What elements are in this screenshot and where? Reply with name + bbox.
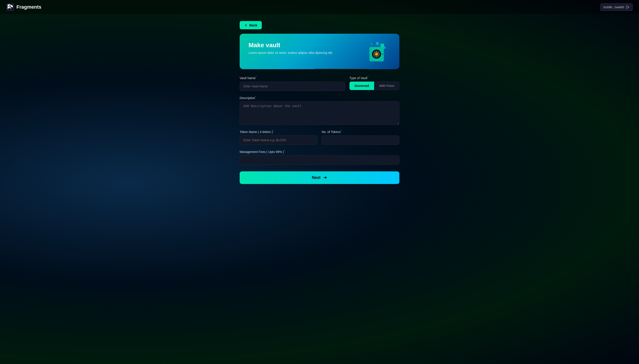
vault-name-input[interactable] [240,82,345,91]
wallet-address: 0x30fb...2ae805 [603,6,624,9]
content-wrapper: Back Make vault Lorem ipsum dolor sit am… [240,21,399,184]
main-content: Back Make vault Lorem ipsum dolor sit am… [0,14,639,197]
description-group: Description* [240,95,399,125]
management-fees-input[interactable]: 0 [240,156,399,165]
token-name-label: Token Name ( 4 letters )* [240,129,317,134]
arrow-right-icon [323,175,327,180]
no-of-tokens-group: No. of Tokens* 1000000 [322,129,399,145]
management-fees-group: Management Fees ( Upto 99% )* 0 [240,149,399,165]
arrow-left-icon [244,24,248,27]
hero-banner: Make vault Lorem ipsum dolor sit amet, e… [240,34,399,69]
next-button[interactable]: Next [240,171,399,184]
description-label: Description* [240,95,399,100]
app-header: Fragments 0x30fb...2ae805 [0,0,639,14]
logo: Fragments [6,3,41,11]
browser-tooltip: Customise and control Google Chrome. Upd… [314,69,368,69]
logo-text: Fragments [17,4,41,10]
vault-type-label: Type of Vault* [350,75,399,80]
hero-subtitle: Lorem ipsum dolor sit amet, ectetur adip… [248,51,355,54]
with-frens-button[interactable]: With Frens [374,82,399,90]
token-name-input[interactable] [240,136,317,145]
form-section: Vault Name* Type of Vault* Governed With… [240,75,399,184]
management-fees-label: Management Fees ( Upto 99% )* [240,149,399,154]
logo-icon [6,3,14,11]
back-button[interactable]: Back [240,21,262,29]
vault-name-label: Vault Name* [240,75,345,80]
no-of-tokens-label: No. of Tokens* [322,129,399,134]
svg-rect-13 [371,43,372,45]
svg-rect-12 [383,46,386,49]
logout-icon [626,5,629,9]
description-textarea[interactable] [240,101,399,125]
vault-illustration [364,38,391,65]
vault-type-toggle: Governed With Frens [350,82,399,90]
vault-name-row: Vault Name* Type of Vault* Governed With… [240,75,399,91]
no-of-tokens-input[interactable]: 1000000 [322,136,399,145]
vault-name-group: Vault Name* [240,75,345,91]
wallet-button[interactable]: 0x30fb...2ae805 [600,3,633,11]
governed-button[interactable]: Governed [350,82,374,90]
token-name-group: Token Name ( 4 letters )* [240,129,317,145]
token-row: Token Name ( 4 letters )* No. of Tokens*… [240,129,399,145]
svg-point-8 [375,53,378,55]
svg-rect-9 [382,53,384,55]
vault-type-group: Type of Vault* Governed With Frens [350,75,399,90]
svg-rect-11 [376,42,379,45]
